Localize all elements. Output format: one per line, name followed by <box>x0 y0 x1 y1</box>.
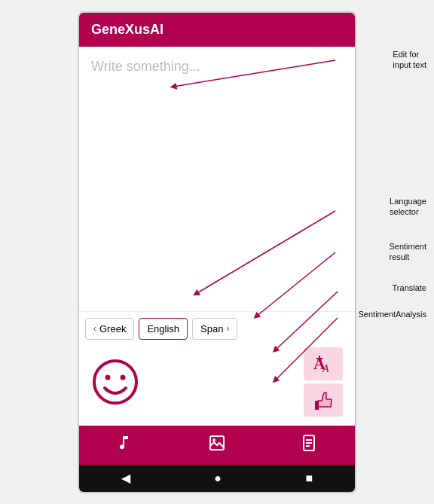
home-button[interactable]: ● <box>214 472 222 485</box>
phone-frame: GeneXusAI Write something... ‹ Greek Eng… <box>78 11 356 493</box>
language-left-button[interactable]: ‹ Greek <box>85 318 134 340</box>
svg-rect-7 <box>315 401 319 410</box>
annotation-translate: Translate <box>393 283 426 293</box>
language-center-label: English <box>147 323 179 334</box>
nav-icon-image[interactable] <box>208 434 226 457</box>
text-input-area[interactable]: Write something... <box>79 47 355 312</box>
recents-button[interactable]: ■ <box>306 472 313 485</box>
svg-point-0 <box>94 361 136 403</box>
main-content: Write something... ‹ Greek English Span … <box>79 47 355 426</box>
left-arrow-icon: ‹ <box>93 323 96 334</box>
annotation-sentiment-result: Sentimentresult <box>389 241 426 263</box>
annotation-language-selector: Languageselector <box>390 196 426 218</box>
translate-icon: A A <box>312 353 335 375</box>
annotation-edit-input: Edit forinput text <box>393 49 426 71</box>
language-right-label: Span <box>200 323 223 334</box>
sentiment-smiley-icon <box>91 358 139 406</box>
controls-area: ‹ Greek English Span › <box>79 312 355 426</box>
svg-text:A: A <box>322 363 329 374</box>
translate-button[interactable]: A A <box>304 347 343 380</box>
bottom-nav <box>79 426 355 465</box>
app-title: GeneXusAI <box>91 22 164 37</box>
nav-icon-music[interactable] <box>116 434 134 457</box>
action-buttons: A A <box>304 347 343 417</box>
svg-point-1 <box>105 374 111 380</box>
sentiment-analysis-button[interactable] <box>304 383 343 417</box>
annotation-sentiment-analysis: SentimentAnalysis <box>359 309 427 319</box>
thumbs-up-icon <box>312 389 335 411</box>
system-bar: ◀ ● ■ <box>79 465 355 492</box>
text-placeholder: Write something... <box>91 59 200 74</box>
language-row: ‹ Greek English Span › <box>85 318 349 340</box>
nav-icon-document[interactable] <box>300 434 318 457</box>
back-button[interactable]: ◀ <box>121 471 130 485</box>
app-header: GeneXusAI <box>79 13 355 47</box>
svg-point-2 <box>121 374 126 380</box>
language-left-label: Greek <box>99 323 126 334</box>
right-arrow-icon: › <box>226 323 229 334</box>
language-right-button[interactable]: Span › <box>192 318 237 340</box>
svg-point-9 <box>212 438 215 441</box>
language-center-button[interactable]: English <box>139 318 188 340</box>
action-row: A A <box>85 344 349 423</box>
